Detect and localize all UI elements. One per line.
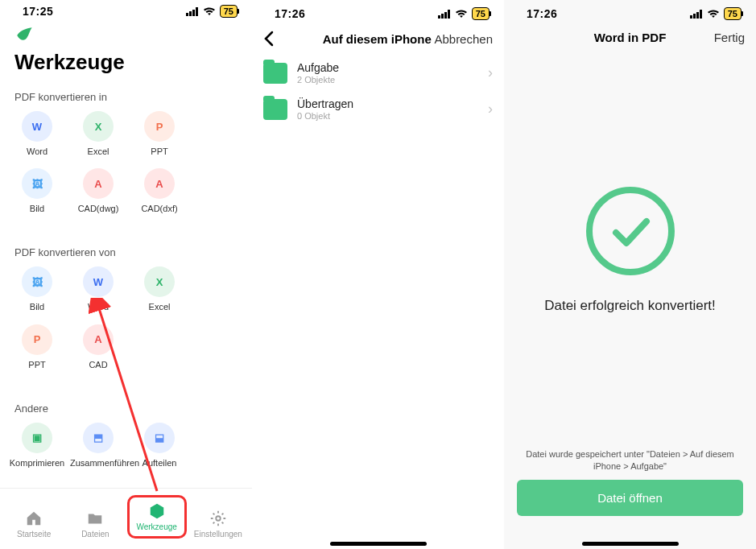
pdf-to-caddwg[interactable]: ACAD(dwg)	[68, 168, 129, 214]
status-time: 17:25	[23, 5, 53, 18]
pdf-to-image[interactable]: 🖼Bild	[6, 168, 68, 214]
svg-rect-0	[186, 13, 188, 16]
result-bottom: Datei wurde gespeichert unter "Dateien >…	[504, 448, 756, 530]
battery-icon: 75	[220, 5, 238, 18]
home-indicator	[330, 542, 427, 546]
folder-text: Aufgabe2 Objekte	[297, 61, 478, 85]
chevron-right-icon: ›	[488, 64, 493, 81]
done-button[interactable]: Fertig	[688, 31, 745, 44]
app-logo	[0, 19, 252, 48]
folder-icon	[86, 510, 104, 527]
tab-files[interactable]: Dateien	[65, 510, 125, 539]
tab-settings[interactable]: Einstellungen	[188, 510, 248, 539]
tool-label: Excel	[149, 302, 171, 312]
gear-icon	[209, 510, 227, 527]
svg-rect-13	[700, 10, 702, 19]
folder-name: Aufgabe	[297, 61, 478, 74]
tab-home[interactable]: Startseite	[4, 510, 64, 539]
word-to-pdf[interactable]: WWord	[68, 266, 129, 312]
tab-tools[interactable]: Werkzeuge	[127, 495, 187, 539]
screen-result: 17:26 75 Word in PDF Fertig Datei erfolg…	[504, 0, 756, 549]
section-label-other: Andere	[0, 396, 252, 423]
open-file-button[interactable]: Datei öffnen	[517, 480, 743, 516]
screen-filepicker: 17:26 75 Auf diesem iPhone Abbrechen Auf…	[252, 0, 504, 549]
section-label-from: PDF konvertieren von	[0, 240, 252, 266]
ppt-to-pdf-icon: P	[22, 324, 52, 355]
cad-to-pdf[interactable]: ACAD	[68, 324, 129, 370]
svg-rect-10	[690, 15, 692, 19]
pdf-to-ppt[interactable]: PPPT	[129, 111, 190, 157]
back-button[interactable]	[263, 31, 275, 47]
svg-point-4	[216, 516, 221, 521]
tool-label: Zusammenführen	[70, 458, 126, 469]
svg-rect-1	[189, 11, 192, 16]
status-bar: 17:26 75	[252, 0, 504, 24]
folder-row[interactable]: Aufgabe2 Objekte›	[252, 55, 504, 91]
split-icon: ⬓	[144, 423, 175, 453]
ppt-to-pdf[interactable]: PPPT	[6, 324, 68, 370]
tool-label: Komprimieren	[10, 458, 64, 469]
tab-label: Einstellungen	[194, 530, 242, 539]
status-bar: 17:25 75	[0, 0, 252, 19]
wifi-icon	[707, 9, 720, 19]
battery-icon: 75	[724, 7, 742, 20]
page-title: Werkzeuge	[0, 48, 252, 85]
screen-tools: 17:25 75 Werkzeuge PDF konvertieren in W…	[0, 0, 252, 549]
nav-title: Word in PDF	[572, 31, 688, 44]
pdf-to-excel-icon: X	[83, 111, 114, 142]
merge[interactable]: ⬒Zusammenführen	[68, 423, 129, 469]
pdf-to-caddxf[interactable]: ACAD(dxf)	[129, 168, 190, 214]
tool-label: CAD(dwg)	[78, 204, 119, 214]
cad-to-pdf-icon: A	[83, 324, 114, 355]
tool-label: CAD(dxf)	[141, 204, 177, 214]
svg-rect-9	[448, 10, 450, 19]
folder-name: Übertragen	[297, 97, 478, 110]
folder-icon	[263, 63, 287, 84]
pdf-to-caddxf-icon: A	[144, 168, 175, 199]
compress[interactable]: ▣Komprimieren	[6, 423, 68, 469]
tab-label: Dateien	[81, 530, 109, 539]
svg-rect-8	[444, 12, 447, 19]
tool-label: CAD	[89, 360, 107, 370]
folder-row[interactable]: Übertragen0 Objekt›	[252, 91, 504, 127]
folder-subtitle: 2 Objekte	[297, 75, 478, 85]
nav-bar: Word in PDF Fertig	[504, 24, 756, 52]
image-to-pdf-icon: 🖼	[22, 266, 52, 297]
result-body: Datei erfolgreich konvertiert!	[504, 52, 756, 448]
tool-label: Word	[27, 147, 48, 157]
split[interactable]: ⬓Aufteilen	[129, 423, 190, 469]
status-right: 75	[186, 5, 238, 18]
compress-icon: ▣	[22, 423, 52, 453]
success-check-icon	[586, 187, 675, 275]
status-right: 75	[690, 7, 742, 20]
wifi-icon	[455, 9, 468, 19]
nav-bar: Auf diesem iPhone Abbrechen	[252, 24, 504, 55]
success-message: Datei erfolgreich konvertiert!	[544, 298, 716, 314]
excel-to-pdf[interactable]: XExcel	[129, 266, 190, 312]
excel-to-pdf-icon: X	[144, 266, 175, 297]
signal-icon	[438, 10, 451, 19]
pdf-to-word-icon: W	[22, 111, 52, 142]
folder-subtitle: 0 Objekt	[297, 111, 478, 121]
pdf-to-word[interactable]: WWord	[6, 111, 68, 157]
battery-icon: 75	[472, 7, 490, 20]
pdf-to-excel[interactable]: XExcel	[68, 111, 129, 157]
svg-rect-6	[438, 15, 440, 19]
image-to-pdf[interactable]: 🖼Bild	[6, 266, 68, 312]
tool-label: Bild	[30, 302, 44, 312]
pdf-to-ppt-icon: P	[144, 111, 175, 142]
svg-rect-3	[196, 7, 198, 16]
svg-rect-2	[192, 10, 195, 16]
word-to-pdf-icon: W	[83, 266, 114, 297]
status-time: 17:26	[275, 7, 305, 20]
cancel-button[interactable]: Abbrechen	[434, 32, 493, 46]
status-bar: 17:26 75	[504, 0, 756, 24]
status-right: 75	[438, 7, 490, 20]
status-time: 17:26	[527, 7, 557, 20]
tool-grid-other: ▣Komprimieren⬒Zusammenführen⬓Aufteilen	[0, 423, 252, 488]
tool-label: Aufteilen	[143, 458, 177, 469]
tab-label: Startseite	[17, 530, 51, 539]
tool-label: Word	[88, 302, 109, 312]
merge-icon: ⬒	[83, 423, 114, 453]
wifi-icon	[203, 6, 216, 16]
